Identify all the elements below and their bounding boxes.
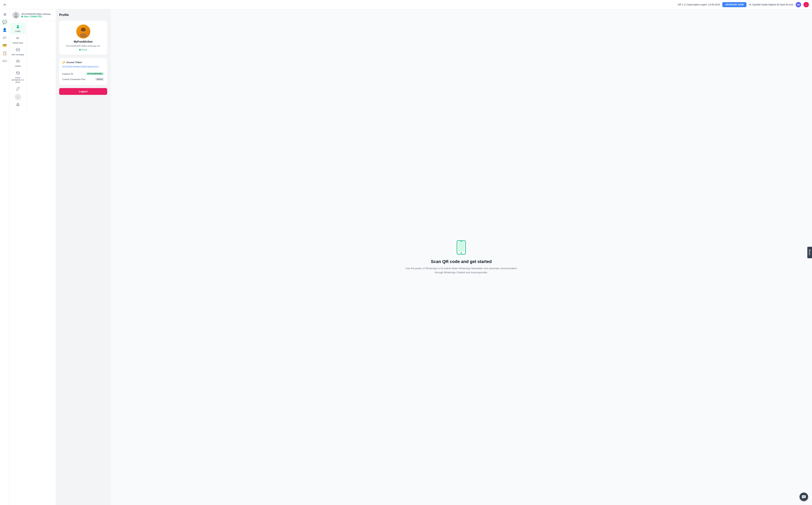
- upgrade-button[interactable]: UPGRADE NOW: [722, 2, 747, 7]
- profile-title: Profile: [59, 13, 107, 17]
- svg-point-8: [18, 61, 19, 61]
- profile-panel: Profile MyFundAction 601156395400:48@s.w…: [56, 9, 111, 505]
- port-label: Current Connection Port: [62, 78, 86, 80]
- sidebar-card[interactable]: 💳: [1, 42, 8, 49]
- chat-bubble[interactable]: [800, 493, 808, 501]
- qr-subtitle: Use the power of WhatsApp to its fullest…: [403, 267, 520, 275]
- bulk-messaging-icon: [16, 48, 20, 53]
- svg-point-7: [17, 61, 17, 61]
- instance-id-row: Instance ID 65C05A8D658E5: [62, 71, 104, 76]
- account-bar: 601156395400:48@s.whatsapp.net State: CO…: [9, 9, 56, 505]
- status-text: State: CONNECTED: [24, 16, 42, 18]
- token-header: 🔑 Access Token: [62, 61, 104, 64]
- right-nav: Profile Default Reply Bu: [9, 21, 26, 112]
- status-dot: [21, 16, 23, 17]
- nav-chatbot[interactable]: Chatbot: [10, 57, 25, 69]
- nav-export[interactable]: Export participants in a group: [10, 69, 25, 85]
- svg-rect-5: [16, 48, 20, 51]
- user-greeting: Hi, Syarifah Nadia Najihah Bt Syed Ab Az…: [749, 3, 793, 6]
- nav-profile[interactable]: Profile: [10, 23, 25, 34]
- svg-point-24: [805, 496, 805, 497]
- account-info: 601156395400:48@s.whatsapp.net State: CO…: [21, 13, 53, 18]
- instance-id-label: Instance ID: [62, 73, 73, 75]
- profile-phone: 601156395400:48@s.whatsapp.net: [66, 45, 100, 47]
- profile-avatar: [76, 24, 90, 38]
- key-icon: 🔑: [62, 61, 65, 64]
- svg-point-16: [80, 33, 87, 37]
- active-dot: [79, 49, 81, 50]
- default-reply-icon: [16, 36, 20, 41]
- nav-bulk-messaging[interactable]: Bulk messaging: [10, 46, 25, 57]
- token-card: 🔑 Access Token 59373f26678648b419df57dba…: [59, 58, 107, 85]
- top-header: ≫ VIP x 3 | Subscription expire: 14-09-2…: [0, 0, 812, 9]
- svg-point-23: [804, 496, 804, 497]
- expand-icon[interactable]: ≫: [3, 3, 6, 6]
- main-content: Scan QR code and get started Use the pow…: [111, 9, 812, 505]
- close-button[interactable]: ‹: [803, 2, 809, 7]
- instance-id-badge: 65C05A8D658E5: [86, 72, 104, 75]
- svg-point-0: [15, 13, 17, 15]
- nav-bottom: ‹: [9, 94, 26, 111]
- chatbot-icon: [16, 59, 20, 64]
- sidebar-user[interactable]: 👤: [1, 26, 8, 33]
- phone-icon: [453, 240, 469, 255]
- subscription-text: VIP x 3 | Subscription expire: 14-09-202…: [678, 3, 720, 6]
- svg-point-22: [803, 496, 803, 497]
- token-value: 59373f26678648b419df57dbad1b341c: [62, 65, 104, 68]
- icon-sidebar: 🖥 💬 👤 🏷 💳 📋 </>: [0, 9, 9, 505]
- account-avatar: [12, 12, 19, 19]
- avatar[interactable]: SA: [796, 2, 801, 7]
- profile-card: MyFundAction 601156395400:48@s.whatsapp.…: [59, 21, 107, 55]
- main-layout: 🖥 💬 👤 🏷 💳 📋 </> 601156395400:48@s.whatsa…: [0, 9, 812, 505]
- svg-point-1: [14, 16, 17, 18]
- nav-print[interactable]: [10, 101, 25, 109]
- svg-rect-18: [458, 242, 464, 252]
- profile-active-badge: Active: [79, 48, 87, 51]
- account-phone: 601156395400:48@s.whatsapp.net: [21, 13, 53, 15]
- svg-rect-6: [16, 60, 19, 62]
- svg-point-10: [18, 59, 18, 60]
- logout-button[interactable]: Logout: [59, 88, 107, 95]
- export-icon: [16, 71, 20, 76]
- nav-default-reply[interactable]: Default Reply: [10, 34, 25, 46]
- docs-tab[interactable]: Docs: [807, 247, 812, 258]
- print-icon: [16, 103, 20, 108]
- sidebar-whatsapp[interactable]: 💬: [1, 19, 8, 26]
- profile-nav-icon: [16, 24, 20, 29]
- collapse-button[interactable]: ‹: [15, 94, 21, 100]
- nav-default-reply-label: Default Reply: [12, 42, 23, 44]
- nav-profile-label: Profile: [15, 30, 20, 32]
- nav-chatbot-label: Chatbot: [15, 65, 21, 67]
- svg-point-3: [17, 27, 19, 28]
- nav-link[interactable]: [10, 85, 25, 94]
- sidebar-code[interactable]: </>: [1, 57, 8, 64]
- account-header: 601156395400:48@s.whatsapp.net State: CO…: [9, 9, 56, 21]
- qr-title: Scan QR code and get started: [431, 259, 492, 264]
- svg-point-19: [461, 252, 462, 254]
- link-icon: [16, 87, 20, 92]
- port-badge: default: [95, 78, 104, 81]
- port-row: Current Connection Port default: [62, 76, 104, 82]
- sidebar-monitor[interactable]: 🖥: [1, 11, 8, 18]
- nav-bulk-messaging-label: Bulk messaging: [12, 54, 24, 56]
- nav-export-label: Export participants in a group: [11, 77, 24, 83]
- sidebar-tag[interactable]: 🏷: [1, 34, 8, 41]
- sidebar-list[interactable]: 📋: [1, 50, 8, 57]
- svg-point-2: [17, 25, 19, 27]
- profile-display-name: MyFundAction: [74, 40, 93, 43]
- account-status: State: CONNECTED: [21, 16, 53, 18]
